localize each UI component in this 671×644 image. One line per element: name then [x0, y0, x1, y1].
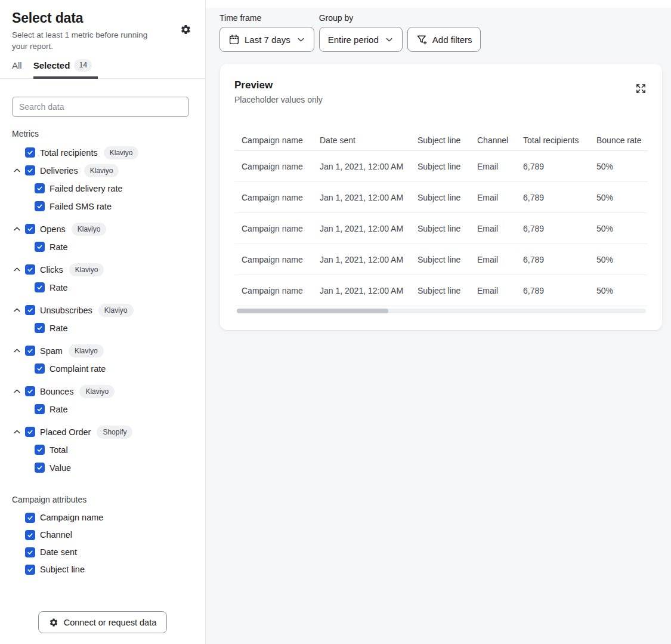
table-cell: Campaign name	[234, 255, 313, 264]
metric-child-label: Value	[50, 463, 71, 473]
connect-request-data-button[interactable]: Connect or request data	[38, 611, 168, 633]
metric-children: Rate	[12, 238, 205, 256]
metric-checkbox[interactable]	[35, 363, 45, 374]
table-cell: Jan 1, 2021, 12:00 AM	[313, 193, 410, 202]
metric-label: Spam	[40, 346, 63, 356]
table-column-header: Total recipients	[516, 135, 589, 145]
sidebar-header: Select data Select at least 1 metric bef…	[0, 0, 205, 52]
metric-children: Failed delivery rate Failed SMS rate	[12, 180, 205, 215]
metric-checkbox[interactable]	[25, 305, 35, 315]
table-cell: Subject line	[410, 193, 470, 202]
filter-plus-icon	[416, 34, 428, 45]
metric-group: Spam Klaviyo Complaint rate	[12, 342, 205, 378]
metric-checkbox[interactable]	[25, 427, 35, 437]
metric-checkbox[interactable]	[35, 404, 45, 414]
chevron-up-icon[interactable]	[12, 346, 21, 355]
table-cell: Email	[470, 224, 516, 233]
metric-checkbox[interactable]	[35, 463, 45, 473]
chevron-up-icon[interactable]	[12, 224, 21, 233]
chevron-up-icon[interactable]	[12, 166, 21, 175]
table-cell: Campaign name	[234, 162, 313, 171]
attributes-list: Campaign name Channel Date sent Subject …	[12, 509, 205, 578]
preview-table-body: Campaign nameJan 1, 2021, 12:00 AMSubjec…	[234, 151, 648, 306]
report-builder-app: Select data Select at least 1 metric bef…	[0, 0, 671, 644]
table-column-header: Bounce rate	[589, 135, 648, 145]
add-filters-button[interactable]: Add filters	[407, 27, 481, 52]
metric-child-row: Rate	[12, 279, 205, 297]
source-badge: Klaviyo	[84, 164, 119, 177]
attribute-label: Date sent	[40, 547, 77, 557]
metric-child-label: Total	[50, 445, 68, 455]
metric-group: Unsubscribes Klaviyo Rate	[12, 301, 205, 337]
metric-row: Bounces Klaviyo	[12, 383, 205, 400]
metric-label: Deliveries	[40, 166, 78, 175]
attribute-checkbox[interactable]	[25, 513, 35, 523]
metric-child-row: Total	[12, 441, 205, 459]
metric-checkbox[interactable]	[25, 165, 35, 175]
table-cell: Email	[470, 193, 516, 202]
source-badge: Klaviyo	[79, 385, 115, 398]
metric-row: Spam Klaviyo	[12, 342, 205, 360]
attribute-checkbox[interactable]	[25, 565, 35, 575]
chevron-up-icon[interactable]	[12, 306, 21, 315]
sidebar-footer: Connect or request data	[0, 603, 205, 644]
preview-title: Preview	[234, 78, 323, 93]
metric-checkbox[interactable]	[35, 183, 45, 193]
settings-gear-icon[interactable]	[179, 23, 192, 36]
time-frame-label: Time frame	[219, 13, 314, 23]
tab-selected[interactable]: Selected 14	[33, 59, 92, 78]
metric-checkbox[interactable]	[25, 147, 35, 158]
metric-children: Rate	[12, 279, 205, 297]
table-cell: 6,789	[516, 162, 589, 171]
expand-icon[interactable]	[634, 82, 648, 95]
group-by-dropdown[interactable]: Entire period	[319, 27, 403, 52]
search-wrap	[12, 97, 189, 117]
metric-checkbox[interactable]	[35, 242, 45, 252]
table-cell: 50%	[589, 162, 648, 171]
group-by-value: Entire period	[328, 35, 379, 45]
metric-row: Placed Order Shopify	[12, 423, 205, 441]
metric-checkbox[interactable]	[25, 386, 35, 396]
metrics-list: Total recipients Klaviyo Deliveries Klav…	[12, 144, 205, 477]
chevron-down-icon	[385, 35, 394, 44]
time-frame-dropdown[interactable]: Last 7 days	[219, 27, 314, 52]
attribute-checkbox[interactable]	[25, 530, 35, 540]
metric-child-label: Rate	[50, 405, 68, 414]
metric-checkbox[interactable]	[35, 282, 45, 292]
metric-label: Bounces	[40, 387, 73, 396]
attribute-checkbox[interactable]	[25, 547, 35, 557]
metric-group: Placed Order Shopify Total Value	[12, 423, 205, 477]
horizontal-scrollbar-track[interactable]	[237, 309, 646, 313]
metric-checkbox[interactable]	[35, 323, 45, 333]
metric-row: Total recipients Klaviyo	[12, 144, 205, 162]
selected-count-badge: 14	[74, 59, 92, 72]
table-cell: 6,789	[516, 224, 589, 233]
metric-checkbox[interactable]	[35, 201, 45, 211]
chevron-up-icon[interactable]	[12, 387, 21, 396]
calendar-icon	[228, 34, 240, 45]
table-cell: Email	[470, 286, 516, 295]
table-cell: Jan 1, 2021, 12:00 AM	[313, 286, 410, 295]
table-cell: 50%	[589, 193, 648, 202]
time-frame-group: Time frame Last 7 days	[219, 13, 314, 52]
preview-subtitle: Placeholder values only	[234, 95, 323, 104]
chevron-up-icon[interactable]	[12, 427, 21, 436]
metric-checkbox[interactable]	[25, 346, 35, 356]
preview-card-header: Preview Placeholder values only	[234, 64, 648, 104]
chevron-up-icon[interactable]	[12, 265, 21, 274]
horizontal-scrollbar-thumb[interactable]	[237, 309, 388, 313]
tab-all[interactable]: All	[12, 59, 22, 78]
report-toolbar: Time frame Last 7 days Group by	[219, 13, 671, 52]
metric-child-label: Rate	[50, 283, 68, 292]
metric-group: Opens Klaviyo Rate	[12, 220, 205, 256]
source-badge: Klaviyo	[98, 304, 134, 317]
metric-checkbox[interactable]	[25, 224, 35, 234]
metric-child-label: Complaint rate	[50, 364, 106, 374]
metric-checkbox[interactable]	[35, 445, 45, 455]
table-cell: Email	[470, 255, 516, 264]
search-input[interactable]	[12, 97, 189, 117]
metric-child-row: Value	[12, 459, 205, 477]
table-cell: Jan 1, 2021, 12:00 AM	[313, 224, 410, 233]
gear-icon	[49, 618, 58, 627]
metric-checkbox[interactable]	[25, 264, 35, 275]
